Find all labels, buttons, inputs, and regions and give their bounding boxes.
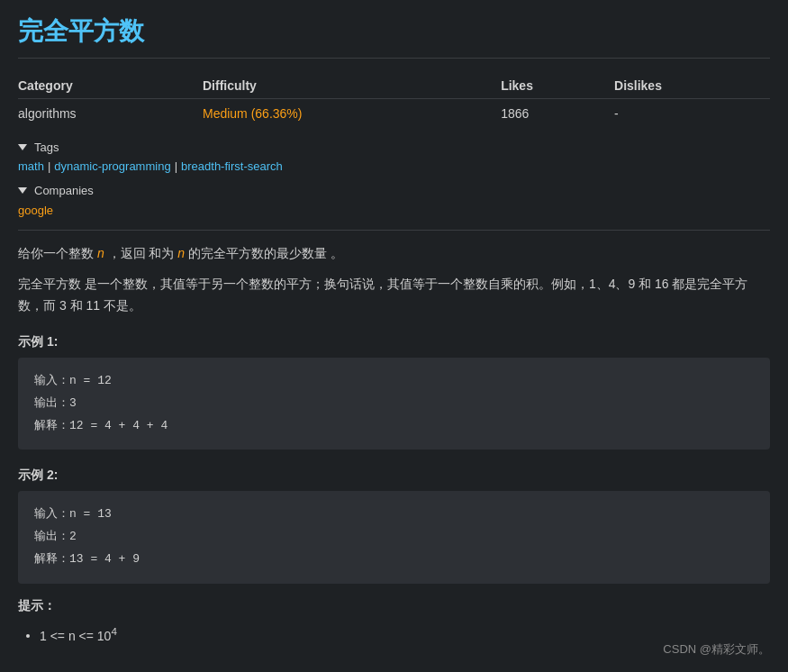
company-google[interactable]: google [18,204,53,217]
cell-category: algorithms [18,99,203,129]
watermark: CSDN @精彩文师。 [663,641,770,658]
tag-sep-1: | [48,159,50,173]
tag-dynamic-programming[interactable]: dynamic-programming [54,159,170,173]
cell-likes: 1866 [501,99,614,129]
col-header-category: Category [18,73,203,99]
tags-section-header: Tags [18,141,770,154]
hint-list: 1 <= n <= 104 [18,622,770,648]
companies-section-header: Companies [18,184,770,197]
tags-label: Tags [34,141,59,154]
example-1-input: 输入：n = 12 [34,370,754,393]
example-1-output: 输出：3 [34,393,754,415]
companies-list: google [18,203,770,217]
companies-label: Companies [34,184,94,197]
example-2-input: 输入：n = 13 [34,504,754,526]
description-line1: 给你一个整数 n ，返回 和为 n 的完全平方数的最少数量 。 [18,243,770,265]
hint-section: 提示： 1 <= n <= 104 [18,598,770,648]
cell-difficulty: Medium (66.36%) [203,99,501,129]
tag-breadth-first-search[interactable]: breadth-first-search [181,159,283,173]
col-header-dislikes: Dislikes [614,73,770,99]
hint-title: 提示： [18,598,770,614]
description-line2: 完全平方数 是一个整数，其值等于另一个整数的平方；换句话说，其值等于一个整数自乘… [18,274,770,317]
example-1-title: 示例 1: [18,334,770,350]
example-1-box: 输入：n = 12 输出：3 解释：12 = 4 + 4 + 4 [18,358,770,450]
example-2-title: 示例 2: [18,468,770,484]
var-n-2: n [177,246,185,260]
divider-1 [18,230,770,231]
tag-math[interactable]: math [18,159,44,173]
var-n-1: n [97,246,104,260]
tags-list: math | dynamic-programming | breadth-fir… [18,159,770,173]
example-2-explanation: 解释：13 = 4 + 9 [34,549,754,571]
info-table: Category Difficulty Likes Dislikes algor… [18,73,770,128]
tag-sep-2: | [175,159,177,173]
page-title: 完全平方数 [18,14,770,59]
companies-triangle-icon [18,187,27,194]
col-header-difficulty: Difficulty [203,73,501,99]
example-1-explanation: 解释：12 = 4 + 4 + 4 [34,415,754,438]
hint-item-1: 1 <= n <= 104 [40,622,770,648]
col-header-likes: Likes [501,73,614,99]
cell-dislikes: - [614,99,770,129]
example-2-output: 输出：2 [34,526,754,549]
table-row: algorithms Medium (66.36%) 1866 - [18,99,770,129]
tags-triangle-icon [18,144,27,150]
example-2-box: 输入：n = 13 输出：2 解释：13 = 4 + 9 [18,491,770,583]
